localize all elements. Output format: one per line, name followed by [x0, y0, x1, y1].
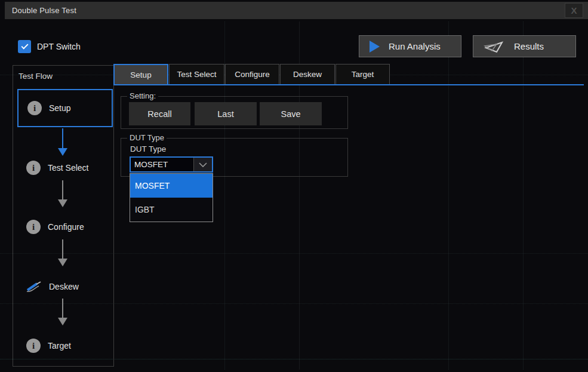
flow-item-target[interactable]: i Target	[17, 327, 113, 365]
run-analysis-label: Run Analysis	[389, 41, 441, 51]
flow-item-label: Test Select	[48, 163, 88, 173]
dropdown-option-igbt[interactable]: IGBT	[130, 198, 213, 222]
tab-strip: Setup Test Select Configure Deskew Targe…	[113, 64, 390, 84]
flow-arrow-down	[57, 239, 67, 266]
flow-item-label: Configure	[48, 222, 84, 232]
results-button[interactable]: Results	[473, 35, 576, 57]
flow-arrow-down	[57, 180, 67, 207]
flow-item-label: Target	[48, 341, 71, 351]
arrow-line	[62, 128, 63, 148]
info-icon: i	[26, 220, 41, 234]
dut-type-dropdown[interactable]: MOSFET	[130, 156, 213, 173]
test-flow-title: Test Flow	[19, 72, 53, 81]
dpt-switch-checkbox[interactable]	[18, 40, 31, 53]
info-icon: i	[27, 101, 42, 115]
results-icon	[484, 39, 505, 54]
graticule-vline	[448, 21, 449, 370]
arrow-line	[62, 239, 63, 259]
dropdown-option-mosfet[interactable]: MOSFET	[130, 174, 213, 198]
info-icon: i	[26, 161, 41, 175]
tab-setup[interactable]: Setup	[113, 64, 168, 84]
tab-target[interactable]: Target	[335, 64, 390, 84]
tab-test-select[interactable]: Test Select	[169, 64, 224, 84]
dpt-switch-label: DPT Switch	[37, 40, 81, 53]
close-icon[interactable]: X	[565, 3, 583, 18]
dut-type-group-legend: DUT Type	[127, 133, 167, 142]
flow-item-setup[interactable]: i Setup	[17, 89, 113, 127]
arrow-line	[62, 299, 63, 318]
arrow-head	[58, 259, 67, 266]
dut-type-dropdown-value: MOSFET	[131, 158, 193, 171]
double-pulse-test-dialog: Double Pulse Test X DPT Switch Run Analy…	[0, 0, 588, 372]
flow-item-label: Deskew	[49, 282, 79, 291]
results-label: Results	[514, 41, 544, 51]
arrow-line	[62, 180, 63, 199]
save-button[interactable]: Save	[260, 102, 322, 125]
recall-button[interactable]: Recall	[129, 102, 190, 125]
dialog-title: Double Pulse Test	[12, 2, 76, 19]
tab-deskew[interactable]: Deskew	[280, 64, 335, 84]
flow-item-label: Setup	[49, 103, 71, 113]
flow-arrow-down	[57, 299, 67, 325]
graticule-vline	[523, 21, 524, 370]
dut-type-field-label: DUT Type	[130, 145, 166, 153]
info-icon: i	[26, 339, 41, 353]
play-icon	[370, 41, 380, 53]
titlebar[interactable]: Double Pulse Test X	[5, 2, 588, 19]
arrow-head	[58, 199, 67, 207]
probe-icon	[26, 281, 42, 293]
check-icon	[21, 42, 28, 50]
arrow-head	[58, 318, 67, 325]
tab-configure[interactable]: Configure	[225, 64, 279, 84]
setting-group-legend: Setting:	[127, 91, 158, 100]
last-button[interactable]: Last	[195, 102, 257, 125]
chevron-down-icon[interactable]	[193, 158, 212, 171]
active-tab-underline	[113, 84, 584, 85]
run-analysis-button[interactable]: Run Analysis	[359, 35, 461, 57]
dut-type-dropdown-list: MOSFET IGBT	[130, 173, 213, 222]
